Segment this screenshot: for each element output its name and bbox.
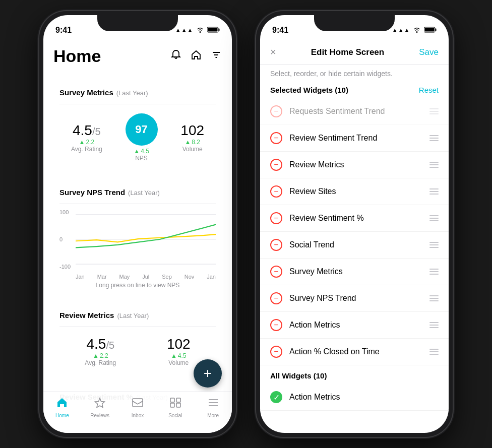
survey-nps-trend-card: Survey NPS Trend (Last Year) 100 0 -100 <box>51 180 224 297</box>
fab-button[interactable]: + <box>194 359 222 388</box>
remove-icon-review-sentiment-trend[interactable]: − <box>270 132 282 144</box>
drag-handle-review-sites[interactable] <box>429 188 439 195</box>
widget-name-action-metrics: Action Metrics <box>289 321 422 330</box>
tab-bar: Home Reviews Inbox <box>43 392 232 433</box>
widget-item-survey-nps-trend: − Survey NPS Trend <box>260 285 449 312</box>
wifi-icon-right <box>413 27 421 34</box>
edit-header: × Edit Home Screen Save <box>260 40 449 65</box>
notch <box>97 15 178 31</box>
svg-rect-11 <box>176 403 180 407</box>
tab-more[interactable]: More <box>198 397 228 418</box>
home-icon[interactable] <box>191 49 202 63</box>
nps-trend-chart: 100 0 -100 <box>59 209 216 280</box>
drag-handle-action-metrics[interactable] <box>429 322 439 328</box>
add-icon-action-metrics[interactable]: ✓ <box>270 391 282 403</box>
phones-container: 9:41 ▲▲▲ Home <box>0 0 492 448</box>
avg-rating-delta: ▲ 2.2 <box>71 139 102 146</box>
remove-icon-review-metrics[interactable]: − <box>270 159 282 171</box>
tab-home-label: Home <box>55 413 69 418</box>
page-title: Home <box>53 46 101 66</box>
remove-icon-social-trend[interactable]: − <box>270 239 282 251</box>
widget-item-survey-metrics: − Survey Metrics <box>260 259 449 285</box>
wifi-icon <box>196 27 204 34</box>
battery-icon-right <box>424 27 437 34</box>
widget-item-social-trend: − Social Trend <box>260 232 449 259</box>
review-volume: 102 ▲ 4.5 Volume <box>167 336 191 366</box>
volume-metric: 102 ▲ 8.2 Volume <box>180 122 204 153</box>
nps-circle: 97 <box>126 113 158 146</box>
drag-handle-review-sentiment-trend[interactable] <box>429 135 439 141</box>
widget-name-review-sites: Review Sites <box>289 187 422 196</box>
widget-item-review-sentiment-pct: − Review Sentiment % <box>260 205 449 232</box>
selected-widgets-title: Selected Widgets (10) <box>270 86 348 94</box>
svg-rect-7 <box>133 399 143 407</box>
widget-name-action-closed: Action % Closed on Time <box>289 347 422 356</box>
remove-icon-review-sites[interactable]: − <box>270 185 282 198</box>
tab-home[interactable]: Home <box>47 397 77 418</box>
svg-rect-8 <box>170 398 174 402</box>
widget-name-survey-nps-trend: Survey NPS Trend <box>289 294 422 303</box>
edit-screen-title: Edit Home Screen <box>311 47 385 57</box>
review-metrics-subtitle: (Last Year) <box>117 312 149 319</box>
widget-name-review-metrics: Review Metrics <box>289 160 422 169</box>
chart-hint: Long press on line to view NPS <box>59 282 216 289</box>
notification-icon[interactable] <box>170 49 181 63</box>
svg-rect-18 <box>425 28 435 31</box>
remove-icon-review-sentiment-pct[interactable]: − <box>270 212 282 224</box>
edit-scroll[interactable]: Selected Widgets (10) Reset − Requests S… <box>260 80 449 433</box>
svg-rect-9 <box>176 398 180 402</box>
tab-social[interactable]: Social <box>160 397 191 418</box>
review-avg-delta: ▲ 2.2 <box>85 352 116 359</box>
widget-item-action-metrics-all: ✓ Action Metrics <box>260 384 449 411</box>
widget-name-action-metrics-all: Action Metrics <box>289 393 439 402</box>
filter-icon[interactable] <box>211 49 222 63</box>
widget-name-social-trend: Social Trend <box>289 240 422 249</box>
tab-more-label: More <box>207 413 219 418</box>
drag-handle-review-sentiment-pct[interactable] <box>429 215 439 221</box>
drag-handle-social-trend[interactable] <box>429 242 439 248</box>
drag-handle-review-metrics[interactable] <box>429 162 439 168</box>
save-button[interactable]: Save <box>419 47 439 57</box>
survey-metrics-row: 4.5/5 ▲ 2.2 Avg. Rating 97 <box>59 109 216 166</box>
remove-icon-survey-metrics[interactable]: − <box>270 266 282 278</box>
review-avg-value: 4.5/5 <box>85 336 116 352</box>
right-phone: 9:41 ▲▲▲ × Edit Home <box>256 11 453 437</box>
more-tab-icon <box>207 397 219 411</box>
nps-label: NPS <box>126 155 158 162</box>
remove-icon-requests-sentiment[interactable]: − <box>270 105 282 117</box>
edit-nav: × Edit Home Screen Save <box>270 46 439 58</box>
remove-icon-action-closed[interactable]: − <box>270 346 282 358</box>
status-icons-left: ▲▲▲ <box>175 27 220 34</box>
tab-reviews[interactable]: Reviews <box>85 397 115 418</box>
edit-subtitle: Select, reorder, or hide certain widgets… <box>260 65 449 80</box>
social-tab-icon <box>169 397 181 411</box>
close-button[interactable]: × <box>270 46 276 58</box>
review-avg-label: Avg. Rating <box>85 359 116 366</box>
volume-delta: ▲ 8.2 <box>180 139 204 146</box>
svg-point-0 <box>200 31 201 33</box>
survey-metrics-title: Survey Metrics <box>59 88 113 97</box>
widget-item-action-closed-on-time: − Action % Closed on Time <box>260 339 449 365</box>
drag-handle-survey-nps-trend[interactable] <box>429 295 439 301</box>
widget-item-review-sites: − Review Sites <box>260 178 449 205</box>
review-avg-rating: 4.5/5 ▲ 2.2 Avg. Rating <box>85 336 116 366</box>
drag-handle-action-closed[interactable] <box>429 349 439 355</box>
remove-icon-survey-nps-trend[interactable]: − <box>270 292 282 304</box>
avg-rating-label: Avg. Rating <box>71 146 102 153</box>
reset-button[interactable]: Reset <box>419 86 439 94</box>
tab-inbox[interactable]: Inbox <box>122 397 153 418</box>
remove-icon-action-metrics[interactable]: − <box>270 319 282 331</box>
review-volume-delta: ▲ 4.5 <box>167 352 191 359</box>
review-volume-label: Volume <box>167 359 191 366</box>
volume-label: Volume <box>180 146 204 153</box>
tab-social-label: Social <box>168 413 182 418</box>
widget-item-requests-sentiment-trend: − Requests Sentiment Trend <box>260 98 449 125</box>
time-right: 9:41 <box>272 26 288 35</box>
drag-handle-survey-metrics[interactable] <box>429 269 439 275</box>
drag-handle-requests-sentiment[interactable] <box>429 108 439 114</box>
svg-rect-17 <box>436 28 437 31</box>
chart-svg <box>76 209 216 270</box>
selected-widgets-section-header: Selected Widgets (10) Reset <box>260 80 449 98</box>
nps-delta: ▲ 4.5 <box>126 148 158 155</box>
nps-metric: 97 ▲ 4.5 NPS <box>126 113 158 162</box>
